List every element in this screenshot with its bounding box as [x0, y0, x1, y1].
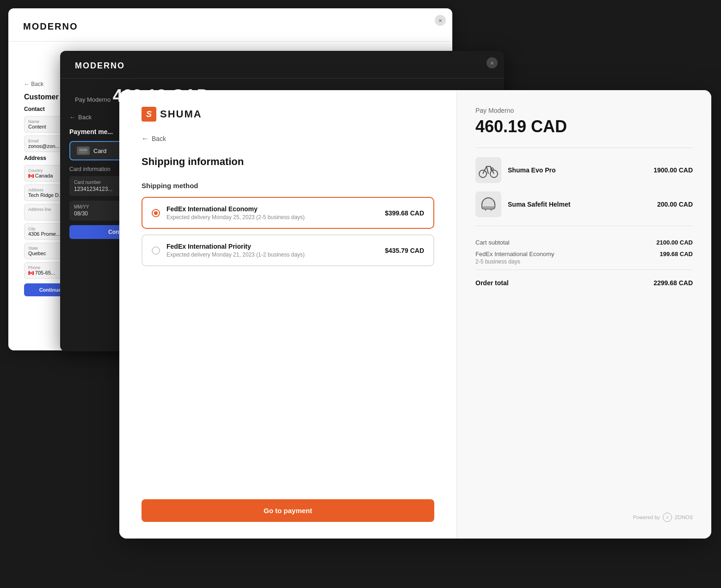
product-img-helmet [475, 191, 501, 217]
order-item-bike: Shuma Evo Pro 1900.00 CAD [475, 157, 693, 183]
back-arrow-icon: ← [69, 114, 75, 121]
shipping-row: FedEx International Economy 2-5 business… [475, 251, 693, 265]
cart-subtotal-value: 2100.00 CAD [656, 239, 693, 246]
moderno-logo-layer2: MODERNO [75, 61, 125, 70]
shipping-options-list: FedEx International Economy Expected del… [142, 197, 434, 266]
powered-by: Powered by Z ZONOS [475, 513, 693, 522]
moderno-logo-layer1: MODERNO [23, 21, 78, 31]
order-total-label: Order total [475, 279, 509, 287]
shipping-economy-name: FedEx International Economy [166, 205, 378, 213]
layer1-close-button[interactable]: × [435, 15, 446, 26]
pay-amount: 460.19 CAD [475, 117, 693, 136]
shipping-economy-price: $399.68 CAD [385, 209, 424, 217]
order-total-row: Order total 2299.68 CAD [475, 279, 693, 287]
shipping-cost-value: 199.68 CAD [659, 251, 693, 257]
radio-economy[interactable] [152, 209, 160, 217]
pay-label-right: Pay Moderno [475, 107, 693, 114]
credit-card-icon [77, 147, 90, 155]
divider-top [475, 147, 693, 148]
shuma-s-icon: S [142, 107, 156, 122]
shuma-logo: S SHUMA [142, 107, 434, 122]
shipping-economy-info: FedEx International Economy Expected del… [166, 205, 378, 220]
shipping-method-label: Shipping method [142, 182, 434, 190]
zonos-logo-icon: Z [663, 513, 672, 522]
shipping-priority-delivery: Expected delivery Monday 21, 2023 (1-2 b… [166, 251, 378, 258]
phone-flag-icon: 🇨🇦 [28, 270, 35, 276]
shipping-priority-info: FedEx International Priority Expected de… [166, 243, 378, 258]
shipping-priority-name: FedEx International Priority [166, 243, 378, 250]
cart-subtotal-row: Cart subtotal 2100.00 CAD [475, 239, 693, 246]
zonos-brand-name: ZONOS [675, 514, 693, 520]
shuma-brand-name: SHUMA [160, 108, 202, 120]
layer2-header: MODERNO [60, 51, 504, 79]
back-arrow-icon: ← [142, 135, 149, 143]
checkout-left-panel: S SHUMA ← Back Shipping information Ship… [119, 90, 457, 539]
canada-flag-icon: 🇨🇦 [28, 173, 35, 178]
shipping-option-economy[interactable]: FedEx International Economy Expected del… [142, 197, 434, 229]
shipping-priority-price: $435.79 CAD [385, 247, 424, 254]
layer1-header: MODERNO [8, 8, 452, 42]
product-bike-price: 1900.00 CAD [653, 166, 693, 174]
checkout-right-panel: Pay Moderno 460.19 CAD Shuma Evo Pro 190… [457, 90, 711, 539]
order-total-value: 2299.68 CAD [653, 279, 693, 287]
radio-economy-dot [154, 211, 158, 215]
checkout-modal: S SHUMA ← Back Shipping information Ship… [119, 90, 711, 539]
layer2-close-button[interactable]: × [487, 57, 498, 68]
back-label: Back [152, 135, 166, 142]
order-item-helmet: Suma Safefit Helmet 200.00 CAD [475, 191, 693, 217]
divider-bottom [475, 270, 693, 270]
product-bike-name: Shuma Evo Pro [508, 166, 647, 174]
back-link[interactable]: ← Back [142, 135, 434, 143]
shipping-economy-delivery: Expected delivery Monday 25, 2023 (2-5 b… [166, 214, 378, 220]
shipping-row-label: FedEx International Economy [475, 251, 555, 257]
shipping-option-priority[interactable]: FedEx International Priority Expected de… [142, 234, 434, 266]
shipping-days-label: 2-5 business days [475, 258, 555, 265]
radio-priority[interactable] [152, 246, 160, 255]
svg-rect-1 [79, 149, 87, 151]
powered-by-label: Powered by [633, 514, 660, 520]
product-helmet-price: 200.00 CAD [657, 201, 693, 208]
divider-mid [475, 226, 693, 226]
product-img-bike [475, 157, 501, 183]
go-payment-button[interactable]: Go to payment [142, 499, 434, 522]
page-title: Shipping information [142, 156, 434, 168]
layer2-pay-label: Pay Moderno [75, 96, 111, 103]
card-method-label: Card [93, 147, 106, 154]
product-helmet-name: Suma Safefit Helmet [508, 201, 651, 208]
order-summary: Cart subtotal 2100.00 CAD FedEx Internat… [475, 239, 693, 270]
cart-subtotal-label: Cart subtotal [475, 239, 510, 246]
